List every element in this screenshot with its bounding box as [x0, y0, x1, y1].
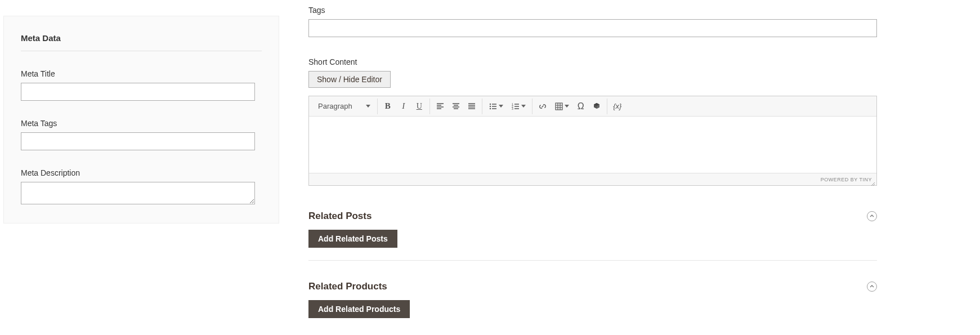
- chevron-down-icon: [499, 105, 503, 108]
- resize-handle[interactable]: [871, 180, 875, 184]
- insert-group: Ω: [532, 99, 607, 114]
- alignment-group: [430, 99, 482, 114]
- short-content-field: Short Content Show / Hide Editor Paragra…: [308, 57, 877, 186]
- tags-input[interactable]: [308, 19, 877, 37]
- align-left-button[interactable]: [432, 99, 448, 114]
- italic-button[interactable]: I: [396, 99, 411, 114]
- short-content-label: Short Content: [308, 57, 877, 66]
- variable-group: {x}: [607, 99, 628, 114]
- related-posts-title: Related Posts: [308, 211, 372, 222]
- related-posts-collapse-toggle[interactable]: [867, 211, 877, 221]
- meta-tags-label: Meta Tags: [21, 119, 262, 128]
- svg-point-2: [490, 108, 491, 109]
- meta-data-panel: Meta Data Meta Title Meta Tags Meta Desc…: [3, 16, 279, 224]
- meta-tags-field: Meta Tags: [21, 119, 262, 150]
- related-posts-header: Related Posts: [308, 211, 877, 222]
- paragraph-select-label: Paragraph: [318, 102, 352, 110]
- tags-field: Tags: [308, 6, 877, 37]
- related-products-title: Related Products: [308, 281, 387, 292]
- table-icon: [554, 102, 563, 111]
- meta-tags-input[interactable]: [21, 132, 255, 150]
- svg-point-0: [490, 103, 491, 104]
- widget-button[interactable]: [589, 99, 605, 114]
- format-select-group: Paragraph: [311, 99, 378, 114]
- wysiwyg-editor: Paragraph B I U: [308, 96, 877, 186]
- underline-icon: U: [417, 102, 422, 111]
- chevron-up-icon: [870, 284, 874, 289]
- resize-grip-icon: [871, 182, 875, 186]
- number-list-button[interactable]: 123: [507, 99, 530, 114]
- underline-button[interactable]: U: [411, 99, 427, 114]
- toggle-editor-button[interactable]: Show / Hide Editor: [308, 71, 391, 88]
- table-button[interactable]: [551, 99, 573, 114]
- variable-icon: {x}: [613, 102, 621, 110]
- bold-icon: B: [385, 101, 391, 111]
- related-products-header: Related Products: [308, 281, 877, 292]
- link-icon: [538, 102, 547, 111]
- number-list-icon: 123: [511, 102, 520, 111]
- bullet-list-button[interactable]: [485, 99, 507, 114]
- bullet-list-icon: [489, 102, 498, 111]
- chevron-down-icon: [565, 105, 569, 108]
- chevron-up-icon: [870, 214, 874, 218]
- chevron-down-icon: [521, 105, 526, 108]
- editor-statusbar: POWERED BY TINY: [309, 173, 876, 185]
- powered-by-label: POWERED BY TINY: [821, 177, 872, 182]
- omega-icon: Ω: [578, 101, 584, 111]
- meta-description-input[interactable]: [21, 182, 255, 204]
- bold-button[interactable]: B: [380, 99, 396, 114]
- paragraph-select[interactable]: Paragraph: [314, 102, 375, 110]
- align-left-icon: [436, 102, 445, 111]
- cube-icon: [592, 102, 601, 111]
- related-products-actions: Add Related Products: [308, 300, 877, 318]
- editor-toolbar: Paragraph B I U: [309, 96, 876, 117]
- align-center-button[interactable]: [448, 99, 464, 114]
- meta-description-label: Meta Description: [21, 168, 262, 177]
- meta-description-field: Meta Description: [21, 168, 262, 206]
- align-justify-icon: [467, 102, 476, 111]
- variable-button[interactable]: {x}: [610, 99, 625, 114]
- related-posts-actions: Add Related Posts: [308, 230, 877, 248]
- meta-title-field: Meta Title: [21, 69, 262, 101]
- svg-point-1: [490, 105, 491, 106]
- special-char-button[interactable]: Ω: [573, 99, 589, 114]
- chevron-down-icon: [366, 105, 370, 108]
- link-button[interactable]: [535, 99, 551, 114]
- right-column: Tags Short Content Show / Hide Editor Pa…: [308, 6, 877, 318]
- align-center-icon: [451, 102, 460, 111]
- meta-title-label: Meta Title: [21, 69, 262, 78]
- add-related-posts-button[interactable]: Add Related Posts: [308, 230, 397, 248]
- italic-icon: I: [402, 101, 405, 111]
- tags-label: Tags: [308, 6, 877, 15]
- meta-data-title: Meta Data: [21, 33, 262, 51]
- text-style-group: B I U: [378, 99, 430, 114]
- section-divider: [308, 260, 877, 261]
- related-products-collapse-toggle[interactable]: [867, 282, 877, 292]
- align-justify-button[interactable]: [464, 99, 480, 114]
- editor-content-area[interactable]: [309, 117, 876, 173]
- meta-title-input[interactable]: [21, 83, 255, 101]
- list-group: 123: [482, 99, 532, 114]
- svg-rect-6: [556, 103, 562, 110]
- svg-text:3: 3: [512, 107, 513, 110]
- add-related-products-button[interactable]: Add Related Products: [308, 300, 410, 318]
